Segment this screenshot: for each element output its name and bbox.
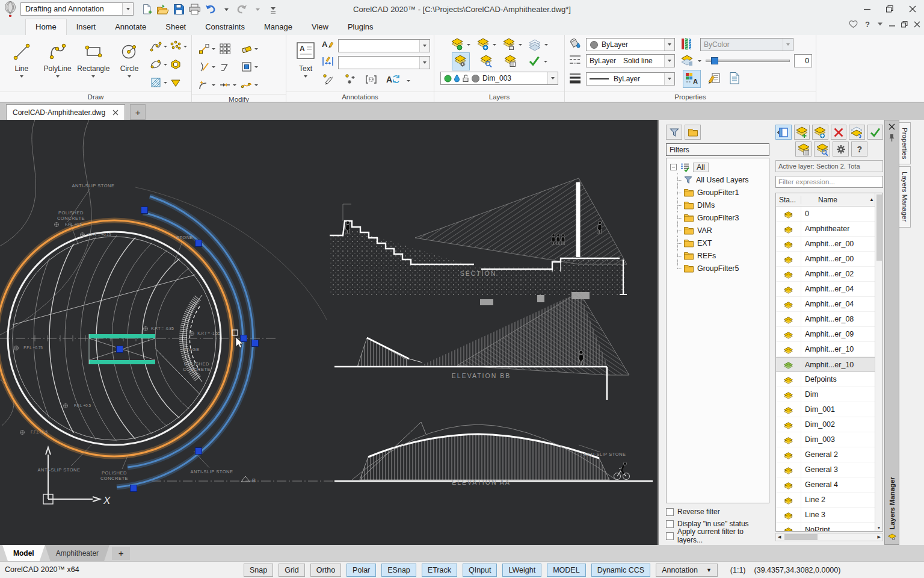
- layer-row[interactable]: General 3: [776, 462, 882, 477]
- restore-icon[interactable]: [878, 0, 901, 18]
- grip[interactable]: [252, 340, 259, 347]
- layer-blue-dot-button[interactable]: [476, 37, 496, 52]
- layer-row[interactable]: General 2: [776, 447, 882, 462]
- layer-gear-button[interactable]: [452, 52, 470, 70]
- save-icon[interactable]: [171, 2, 186, 16]
- array-button[interactable]: [219, 43, 237, 55]
- scroll-down-icon[interactable]: ▼: [877, 526, 881, 530]
- redo-icon[interactable]: [235, 2, 249, 16]
- layer-row[interactable]: Amphit...er_02: [776, 267, 882, 282]
- layer-row[interactable]: Dim: [776, 387, 882, 402]
- layer-row[interactable]: Defpoints: [776, 372, 882, 387]
- layer-green-dot-button[interactable]: [451, 37, 470, 52]
- layer-status-icon[interactable]: [783, 240, 793, 249]
- ribbon-tab-manage[interactable]: Manage: [254, 19, 302, 35]
- layer-status-icon[interactable]: [783, 526, 793, 532]
- tree-item-dims[interactable]: DIMs: [670, 199, 768, 211]
- text-button[interactable]: A Text: [290, 37, 321, 92]
- workspace-select[interactable]: Drafting and Annotation: [20, 2, 134, 16]
- filter-expression-input[interactable]: Filter expression...: [775, 176, 883, 188]
- tab-layers-manager[interactable]: Layers Manager: [899, 166, 911, 227]
- checkbox-icon[interactable]: [666, 532, 674, 540]
- checkbox-apply-current-filter-to-layers-[interactable]: Apply current filter to layers...: [666, 530, 769, 542]
- close-icon[interactable]: [901, 0, 924, 18]
- document-defaults-icon[interactable]: [728, 72, 743, 86]
- layer-status-icon[interactable]: [783, 465, 793, 474]
- hscrollbar-thumb[interactable]: [784, 534, 818, 540]
- smart-dim-icon[interactable]: [322, 73, 337, 88]
- layer-row[interactable]: Amphit...er_04: [776, 297, 882, 312]
- deform-button[interactable]: [241, 79, 258, 91]
- polygon-button[interactable]: [170, 58, 188, 70]
- redo-dropdown-icon[interactable]: [250, 2, 265, 16]
- match-properties-button[interactable]: A: [683, 70, 701, 88]
- fillet-button[interactable]: [198, 79, 215, 91]
- ribbon-tab-annotate[interactable]: Annotate: [105, 19, 156, 35]
- settings-gear-button[interactable]: [833, 141, 849, 157]
- grip[interactable]: [141, 207, 148, 214]
- polyline-button[interactable]: PolyLine: [40, 37, 76, 92]
- ribbon-tab-plugins[interactable]: Plugins: [338, 19, 383, 35]
- ellipse-button[interactable]: [150, 58, 167, 70]
- rectangle-button[interactable]: Rectangle: [76, 37, 112, 92]
- toggle-polar[interactable]: Polar: [346, 564, 376, 577]
- horizontal-scrollbar[interactable]: ◀ ▶: [775, 533, 883, 541]
- layer-list-button[interactable]: [504, 54, 518, 69]
- tree-item-all-used-layers[interactable]: All Used Layers: [670, 173, 768, 186]
- layer-row[interactable]: Amphit...er_04: [776, 282, 882, 297]
- toggle-etrack[interactable]: ETrack: [422, 564, 457, 577]
- tree-item-var[interactable]: VAR: [670, 224, 768, 237]
- grip[interactable]: [241, 335, 247, 342]
- confirm-button[interactable]: [867, 125, 884, 140]
- layers-faded-button[interactable]: [528, 37, 548, 52]
- annotate-point-icon[interactable]: [343, 73, 358, 88]
- layer-status-icon[interactable]: [783, 390, 793, 399]
- layer-status-icon[interactable]: [783, 450, 793, 459]
- ribbon-tab-insert[interactable]: Insert: [67, 19, 106, 35]
- lineweight-icon[interactable]: [568, 72, 583, 86]
- layer-status-icon[interactable]: [783, 300, 793, 309]
- transparency-icon[interactable]: [680, 54, 695, 68]
- drawing-viewport[interactable]: B X: [0, 120, 658, 545]
- text-style-icon[interactable]: A: [321, 39, 336, 53]
- layer-row[interactable]: Dim_003: [776, 432, 882, 447]
- layer-status-icon[interactable]: [783, 405, 793, 414]
- sort-asc-icon[interactable]: ▲: [869, 197, 874, 202]
- grip[interactable]: [117, 346, 123, 353]
- layer-new-button[interactable]: [794, 125, 810, 140]
- layer-row[interactable]: Amphit...er_00: [776, 237, 882, 252]
- wedge-button[interactable]: [170, 76, 188, 89]
- tree-item-groupfilter3[interactable]: GroupFilter3: [670, 211, 768, 224]
- scroll-left-icon[interactable]: ◀: [778, 535, 781, 539]
- print-icon[interactable]: [187, 2, 202, 16]
- tab-properties[interactable]: Properties: [899, 122, 911, 164]
- layer-search-button[interactable]: [814, 141, 830, 157]
- trim-button[interactable]: [198, 61, 215, 73]
- layer-row[interactable]: NoPrint: [776, 523, 882, 531]
- transparency-slider[interactable]: [706, 60, 790, 62]
- delete-layer-button[interactable]: [831, 125, 847, 140]
- copy-button[interactable]: [198, 43, 215, 55]
- layer-status-icon[interactable]: [783, 255, 793, 264]
- sheet-tab-model[interactable]: Model: [2, 545, 45, 561]
- edit-annotation-icon[interactable]: [707, 72, 722, 86]
- layer-status-icon[interactable]: [783, 435, 793, 444]
- layer-row[interactable]: 0: [776, 207, 882, 222]
- layer-status-icon[interactable]: [783, 375, 793, 384]
- tree-item-all[interactable]: All: [670, 161, 768, 173]
- annotation-scale-dropdown[interactable]: Annotation▼: [656, 564, 718, 577]
- tree-item-groupfilter5[interactable]: GroupFilter5: [670, 262, 768, 275]
- favorites-icon[interactable]: [849, 20, 858, 28]
- checkbox-reverse-filter[interactable]: Reverse filter: [666, 506, 769, 518]
- toggle-qinput[interactable]: QInput: [463, 564, 497, 577]
- open-file-icon[interactable]: [155, 2, 170, 16]
- layers-arrow-button[interactable]: [849, 125, 865, 140]
- layer-list-button[interactable]: [795, 141, 812, 157]
- tree-item-groupfilter1[interactable]: GroupFilter1: [670, 186, 768, 199]
- layer-row[interactable]: Amphit...er_10: [776, 342, 882, 357]
- layer-status-icon[interactable]: [783, 315, 793, 324]
- restore2-icon[interactable]: [901, 21, 908, 28]
- layer-row[interactable]: Line 3: [776, 508, 882, 523]
- minimize2-icon[interactable]: [889, 21, 895, 27]
- pin-icon[interactable]: [889, 134, 895, 142]
